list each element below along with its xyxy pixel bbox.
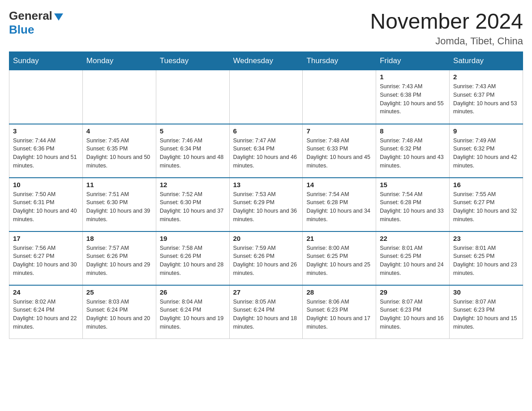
day-number: 27: [233, 288, 299, 296]
day-number: 10: [13, 181, 79, 188]
day-info: Sunrise: 7:50 AM Sunset: 6:31 PM Dayligh…: [13, 190, 79, 224]
table-row: 3Sunrise: 7:44 AM Sunset: 6:36 PM Daylig…: [9, 124, 83, 178]
day-number: 15: [380, 181, 446, 188]
day-info: Sunrise: 8:06 AM Sunset: 6:23 PM Dayligh…: [306, 298, 372, 331]
day-info: Sunrise: 8:04 AM Sunset: 6:24 PM Dayligh…: [160, 298, 226, 331]
table-row: [303, 70, 376, 124]
calendar-week-row: 24Sunrise: 8:02 AM Sunset: 6:24 PM Dayli…: [9, 285, 523, 339]
day-info: Sunrise: 8:03 AM Sunset: 6:24 PM Dayligh…: [86, 298, 152, 331]
day-number: 8: [380, 127, 446, 135]
day-number: 5: [160, 127, 226, 135]
day-number: 12: [160, 181, 226, 188]
day-info: Sunrise: 7:44 AM Sunset: 6:36 PM Dayligh…: [13, 137, 79, 170]
table-row: 27Sunrise: 8:05 AM Sunset: 6:24 PM Dayli…: [229, 285, 303, 339]
day-info: Sunrise: 7:54 AM Sunset: 6:28 PM Dayligh…: [380, 190, 446, 224]
header-wednesday: Wednesday: [229, 52, 303, 70]
table-row: [229, 70, 303, 124]
page-header: General Blue November 2024 Jomda, Tibet,…: [9, 9, 523, 47]
day-info: Sunrise: 7:46 AM Sunset: 6:34 PM Dayligh…: [160, 137, 226, 170]
day-number: 3: [13, 127, 79, 135]
table-row: 8Sunrise: 7:48 AM Sunset: 6:32 PM Daylig…: [376, 124, 450, 178]
table-row: 7Sunrise: 7:48 AM Sunset: 6:33 PM Daylig…: [303, 124, 376, 178]
table-row: [82, 70, 156, 124]
day-info: Sunrise: 7:48 AM Sunset: 6:32 PM Dayligh…: [380, 137, 446, 170]
day-info: Sunrise: 8:02 AM Sunset: 6:24 PM Dayligh…: [13, 298, 79, 331]
location: Jomda, Tibet, China: [370, 35, 523, 47]
table-row: 17Sunrise: 7:56 AM Sunset: 6:27 PM Dayli…: [9, 231, 83, 285]
calendar-week-row: 1Sunrise: 7:43 AM Sunset: 6:38 PM Daylig…: [9, 70, 523, 124]
day-number: 14: [306, 181, 372, 188]
header-tuesday: Tuesday: [156, 52, 229, 70]
calendar-header-row: Sunday Monday Tuesday Wednesday Thursday…: [9, 52, 523, 70]
table-row: 6Sunrise: 7:47 AM Sunset: 6:34 PM Daylig…: [229, 124, 303, 178]
day-number: 6: [233, 127, 299, 135]
calendar-week-row: 3Sunrise: 7:44 AM Sunset: 6:36 PM Daylig…: [9, 124, 523, 178]
table-row: 21Sunrise: 8:00 AM Sunset: 6:25 PM Dayli…: [303, 231, 376, 285]
day-number: 2: [453, 73, 519, 81]
logo-general-text: General: [9, 9, 52, 23]
header-monday: Monday: [82, 52, 156, 70]
table-row: 20Sunrise: 7:59 AM Sunset: 6:26 PM Dayli…: [229, 231, 303, 285]
day-info: Sunrise: 7:59 AM Sunset: 6:26 PM Dayligh…: [233, 244, 299, 278]
day-number: 17: [13, 235, 79, 242]
table-row: 4Sunrise: 7:45 AM Sunset: 6:35 PM Daylig…: [82, 124, 156, 178]
table-row: [156, 70, 229, 124]
table-row: 5Sunrise: 7:46 AM Sunset: 6:34 PM Daylig…: [156, 124, 229, 178]
day-number: 20: [233, 235, 299, 242]
day-number: 19: [160, 235, 226, 242]
day-number: 26: [160, 288, 226, 296]
header-sunday: Sunday: [9, 52, 83, 70]
day-number: 22: [380, 235, 446, 242]
table-row: 28Sunrise: 8:06 AM Sunset: 6:23 PM Dayli…: [303, 285, 376, 339]
day-info: Sunrise: 8:01 AM Sunset: 6:25 PM Dayligh…: [380, 244, 446, 278]
table-row: 29Sunrise: 8:07 AM Sunset: 6:23 PM Dayli…: [376, 285, 450, 339]
table-row: [9, 70, 83, 124]
day-number: 23: [453, 235, 519, 242]
day-number: 9: [453, 127, 519, 135]
calendar-week-row: 17Sunrise: 7:56 AM Sunset: 6:27 PM Dayli…: [9, 231, 523, 285]
day-info: Sunrise: 8:00 AM Sunset: 6:25 PM Dayligh…: [306, 244, 372, 278]
logo-blue-text: Blue: [9, 23, 34, 37]
title-section: November 2024 Jomda, Tibet, China: [370, 9, 523, 47]
day-info: Sunrise: 7:53 AM Sunset: 6:29 PM Dayligh…: [233, 190, 299, 224]
day-info: Sunrise: 8:01 AM Sunset: 6:25 PM Dayligh…: [453, 244, 519, 278]
day-info: Sunrise: 7:54 AM Sunset: 6:28 PM Dayligh…: [306, 190, 372, 224]
day-number: 29: [380, 288, 446, 296]
day-info: Sunrise: 8:07 AM Sunset: 6:23 PM Dayligh…: [453, 298, 519, 331]
calendar-week-row: 10Sunrise: 7:50 AM Sunset: 6:31 PM Dayli…: [9, 178, 523, 231]
logo: General Blue: [9, 9, 63, 37]
logo-triangle-icon: [54, 13, 63, 21]
month-title: November 2024: [370, 9, 523, 34]
day-info: Sunrise: 7:47 AM Sunset: 6:34 PM Dayligh…: [233, 137, 299, 170]
day-info: Sunrise: 7:49 AM Sunset: 6:32 PM Dayligh…: [453, 137, 519, 170]
day-number: 30: [453, 288, 519, 296]
table-row: 24Sunrise: 8:02 AM Sunset: 6:24 PM Dayli…: [9, 285, 83, 339]
header-thursday: Thursday: [303, 52, 376, 70]
table-row: 1Sunrise: 7:43 AM Sunset: 6:38 PM Daylig…: [376, 70, 450, 124]
table-row: 12Sunrise: 7:52 AM Sunset: 6:30 PM Dayli…: [156, 178, 229, 231]
day-info: Sunrise: 7:57 AM Sunset: 6:26 PM Dayligh…: [86, 244, 152, 278]
day-number: 1: [380, 73, 446, 81]
table-row: 23Sunrise: 8:01 AM Sunset: 6:25 PM Dayli…: [450, 231, 523, 285]
day-info: Sunrise: 7:45 AM Sunset: 6:35 PM Dayligh…: [86, 137, 152, 170]
day-number: 21: [306, 235, 372, 242]
day-number: 16: [453, 181, 519, 188]
calendar-table: Sunday Monday Tuesday Wednesday Thursday…: [9, 51, 523, 339]
day-number: 24: [13, 288, 79, 296]
table-row: 14Sunrise: 7:54 AM Sunset: 6:28 PM Dayli…: [303, 178, 376, 231]
table-row: 16Sunrise: 7:55 AM Sunset: 6:27 PM Dayli…: [450, 178, 523, 231]
table-row: 2Sunrise: 7:43 AM Sunset: 6:37 PM Daylig…: [450, 70, 523, 124]
day-number: 25: [86, 288, 152, 296]
day-number: 11: [86, 181, 152, 188]
day-info: Sunrise: 7:56 AM Sunset: 6:27 PM Dayligh…: [13, 244, 79, 278]
day-number: 4: [86, 127, 152, 135]
table-row: 26Sunrise: 8:04 AM Sunset: 6:24 PM Dayli…: [156, 285, 229, 339]
day-info: Sunrise: 7:43 AM Sunset: 6:38 PM Dayligh…: [380, 82, 446, 116]
table-row: 22Sunrise: 8:01 AM Sunset: 6:25 PM Dayli…: [376, 231, 450, 285]
table-row: 18Sunrise: 7:57 AM Sunset: 6:26 PM Dayli…: [82, 231, 156, 285]
table-row: 30Sunrise: 8:07 AM Sunset: 6:23 PM Dayli…: [450, 285, 523, 339]
day-number: 7: [306, 127, 372, 135]
day-info: Sunrise: 7:48 AM Sunset: 6:33 PM Dayligh…: [306, 137, 372, 170]
table-row: 9Sunrise: 7:49 AM Sunset: 6:32 PM Daylig…: [450, 124, 523, 178]
day-info: Sunrise: 7:55 AM Sunset: 6:27 PM Dayligh…: [453, 190, 519, 224]
